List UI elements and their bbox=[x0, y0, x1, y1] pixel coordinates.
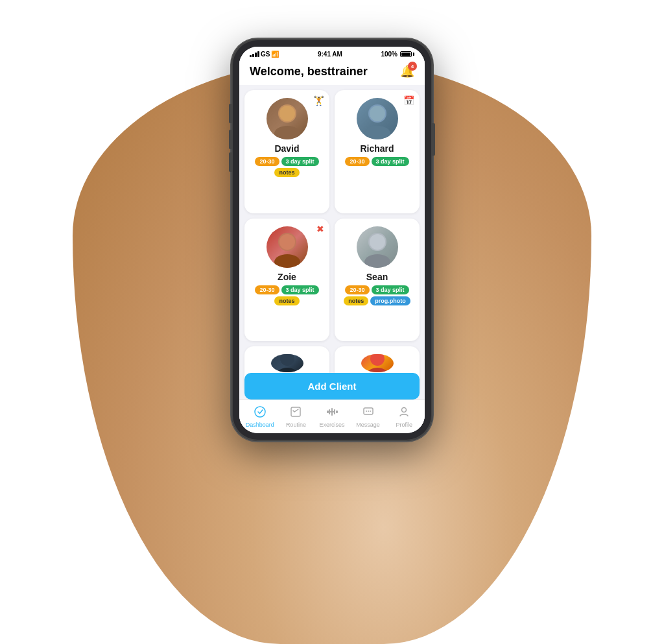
signal-bar-2 bbox=[252, 54, 254, 57]
signal-bar-4 bbox=[257, 51, 259, 57]
svg-point-7 bbox=[274, 254, 300, 268]
svg-rect-18 bbox=[327, 411, 329, 413]
battery-icon bbox=[400, 51, 414, 57]
client-card-sean[interactable]: Sean 20-30 3 day split notes prog.photo bbox=[335, 219, 420, 342]
nav-label-dashboard: Dashboard bbox=[246, 422, 274, 428]
avatar-david bbox=[267, 98, 308, 139]
cancel-icon: ✖ bbox=[316, 224, 324, 234]
tag-age-sean: 20-30 bbox=[345, 285, 369, 294]
nav-item-exercises[interactable]: Exercises bbox=[314, 406, 350, 428]
profile-icon bbox=[398, 406, 410, 420]
svg-point-10 bbox=[364, 254, 390, 268]
phone-screen: GS 📶 9:41 AM 100% Welcome, besttrainer bbox=[239, 47, 425, 433]
notification-badge: 4 bbox=[408, 62, 417, 71]
avatar-chloe bbox=[361, 354, 394, 372]
app-header: Welcome, besttrainer 🔔 4 bbox=[239, 59, 425, 85]
client-name-richard: Richard bbox=[360, 143, 394, 154]
svg-point-8 bbox=[279, 234, 295, 250]
svg-point-2 bbox=[279, 106, 295, 121]
svg-rect-19 bbox=[329, 409, 330, 414]
exercises-icon bbox=[326, 406, 338, 420]
nav-label-message: Message bbox=[356, 422, 380, 428]
bottom-nav: Dashboard Routine Exercises bbox=[239, 400, 425, 430]
signal-bar-3 bbox=[255, 53, 257, 57]
app-content: Welcome, besttrainer 🔔 4 🏋️ David bbox=[239, 59, 425, 430]
dumbbell-icon: 🏋️ bbox=[313, 95, 324, 106]
client-name-zoie: Zoie bbox=[278, 272, 296, 282]
svg-rect-22 bbox=[336, 411, 338, 413]
tag-age-zoie: 20-30 bbox=[255, 285, 279, 294]
nav-item-message[interactable]: Message bbox=[350, 406, 386, 428]
carrier-label: GS bbox=[261, 51, 270, 58]
svg-rect-21 bbox=[334, 409, 335, 414]
page-title: Welcome, besttrainer bbox=[250, 65, 368, 78]
svg-point-14 bbox=[370, 354, 385, 366]
wifi-icon: 📶 bbox=[271, 51, 279, 58]
status-time: 9:41 AM bbox=[318, 51, 342, 58]
phone-frame: GS 📶 9:41 AM 100% Welcome, besttrainer bbox=[231, 39, 433, 441]
svg-point-1 bbox=[274, 126, 300, 139]
tag-notes-david: notes bbox=[274, 168, 299, 177]
dashboard-icon bbox=[254, 406, 266, 420]
svg-point-27 bbox=[370, 411, 371, 412]
svg-point-4 bbox=[364, 126, 390, 139]
signal-bar-1 bbox=[250, 55, 252, 57]
tag-age-david: 20-30 bbox=[255, 157, 279, 166]
tag-split-zoie: 3 day split bbox=[281, 285, 319, 294]
client-card-zoie[interactable]: ✖ Zoie 20-30 3 day split notes bbox=[244, 219, 329, 342]
tag-photo-sean: prog.photo bbox=[370, 296, 410, 305]
status-bar: GS 📶 9:41 AM 100% bbox=[239, 47, 425, 59]
message-icon bbox=[362, 406, 374, 420]
avatar-richard bbox=[357, 98, 398, 139]
client-name-david: David bbox=[274, 143, 299, 154]
tag-split-david: 3 day split bbox=[281, 157, 319, 166]
calendar-icon: 📅 bbox=[403, 95, 414, 106]
nav-label-exercises: Exercises bbox=[319, 422, 344, 428]
notification-button[interactable]: 🔔 4 bbox=[400, 64, 414, 78]
tags-zoie: 20-30 3 day split notes bbox=[250, 285, 324, 305]
tags-sean: 20-30 3 day split notes prog.photo bbox=[340, 285, 414, 305]
nav-label-profile: Profile bbox=[396, 422, 412, 428]
client-card-david[interactable]: 🏋️ David 20-30 3 day split notes bbox=[244, 90, 329, 213]
signal-bars bbox=[250, 51, 259, 57]
client-card-richard[interactable]: 📅 Richard 20-30 3 day split bbox=[335, 90, 420, 213]
nav-label-routine: Routine bbox=[286, 422, 306, 428]
battery-pct: 100% bbox=[381, 51, 397, 58]
svg-point-11 bbox=[370, 234, 385, 250]
svg-rect-17 bbox=[291, 407, 300, 416]
tag-notes-zoie: notes bbox=[274, 296, 299, 305]
tag-split-richard: 3 day split bbox=[372, 157, 409, 166]
status-left: GS 📶 bbox=[250, 51, 279, 58]
nav-item-profile[interactable]: Profile bbox=[386, 406, 422, 428]
tag-split-sean: 3 day split bbox=[372, 285, 409, 294]
svg-point-15 bbox=[367, 368, 388, 372]
svg-point-25 bbox=[366, 411, 367, 412]
avatar-sean bbox=[357, 226, 398, 268]
tags-david: 20-30 3 day split notes bbox=[250, 157, 324, 177]
routine-icon bbox=[290, 406, 302, 420]
avatar-ang bbox=[271, 354, 303, 372]
nav-item-routine[interactable]: Routine bbox=[278, 406, 314, 428]
add-client-bar: Add Client bbox=[244, 373, 420, 400]
tag-notes-sean: notes bbox=[344, 296, 368, 305]
svg-rect-23 bbox=[330, 411, 334, 412]
nav-item-dashboard[interactable]: Dashboard bbox=[242, 406, 278, 428]
svg-point-26 bbox=[368, 411, 369, 412]
tag-age-richard: 20-30 bbox=[345, 157, 369, 166]
client-name-sean: Sean bbox=[366, 272, 388, 282]
svg-point-12 bbox=[280, 354, 294, 366]
svg-point-13 bbox=[277, 368, 298, 372]
svg-point-16 bbox=[255, 407, 265, 417]
add-client-button[interactable]: Add Client bbox=[244, 373, 420, 400]
svg-point-28 bbox=[402, 407, 407, 412]
scene: GS 📶 9:41 AM 100% Welcome, besttrainer bbox=[0, 0, 664, 644]
status-right: 100% bbox=[381, 51, 414, 58]
svg-point-5 bbox=[370, 106, 385, 121]
avatar-zoie bbox=[267, 226, 308, 268]
tags-richard: 20-30 3 day split bbox=[345, 157, 409, 166]
